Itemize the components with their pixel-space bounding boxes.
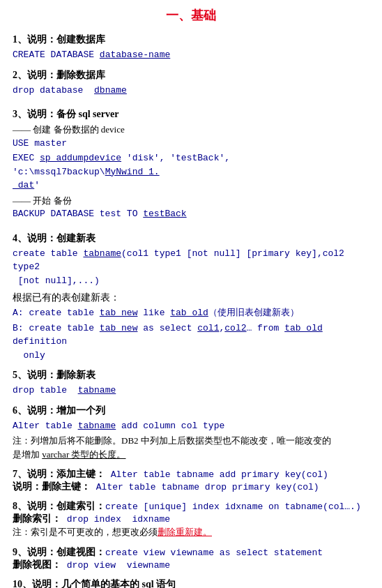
section-6-note: 注：列增加后将不能删除。DB2 中列加上后数据类型也不能改变，唯一能改变的是增加… [13, 434, 369, 461]
section-6: 6、说明：增加一个列 Alter table tabname add colum… [13, 405, 369, 462]
section-4: 4、说明：创建新表 create table tabname(col1 type… [13, 232, 369, 363]
section-4-code-b: B: create table tab_new as select col1,c… [13, 322, 369, 363]
section-8-delete: 删除索引： drop index idxname [13, 513, 369, 525]
section-1-code: CREATE DATABASE database-name [13, 48, 369, 62]
section-6-heading: 6、说明：增加一个列 [13, 405, 369, 417]
section-2-heading: 2、说明：删除数据库 [13, 69, 369, 82]
section-5-code: drop table tabname [13, 384, 369, 398]
section-3-note2: —— 开始 备份 [13, 194, 369, 208]
section-8: 8、说明：创建索引：create [unique] index idxname … [13, 500, 369, 539]
section-4-sub-heading: 根据已有的表创建新表： [13, 292, 369, 304]
section-9-delete: 删除视图： drop view viewname [13, 559, 369, 571]
page-title: 一、基础 [13, 7, 369, 24]
section-7-heading: 7、说明：添加主键： Alter table tabname add prima… [13, 468, 369, 481]
section-3-code2: EXEC sp_addumpdevice 'disk', 'testBack',… [13, 151, 369, 193]
section-8-note: 注：索引是不可更改的，想更改必须删除重新建。 [13, 525, 369, 539]
section-4-code-a: A: create table tab_new like tab_old（使用旧… [13, 306, 369, 320]
section-3-code3: BACKUP DATABASE test TO testBack [13, 207, 369, 221]
section-1: 1、说明：创建数据库 CREATE DATABASE database-name [13, 33, 369, 62]
section-6-code: Alter table tabname add column col type [13, 419, 369, 433]
section-10: 10、说明：几个简单的基本的 sql 语句 选择：select * from t… [13, 578, 369, 589]
section-4-heading: 4、说明：创建新表 [13, 232, 369, 245]
section-7: 7、说明：添加主键： Alter table tabname add prima… [13, 468, 369, 493]
section-10-heading: 10、说明：几个简单的基本的 sql 语句 [13, 578, 369, 589]
section-4-code: create table tabname(col1 type1 [not nul… [13, 247, 369, 288]
section-5: 5、说明：删除新表 drop table tabname [13, 369, 369, 398]
section-2-code: drop database dbname [13, 84, 369, 98]
section-9-heading: 9、说明：创建视图：create view viewname as select… [13, 546, 369, 559]
section-3-heading: 3、说明：备份 sql server [13, 108, 369, 121]
section-1-heading: 1、说明：创建数据库 [13, 33, 369, 46]
section-8-heading: 8、说明：创建索引：create [unique] index idxname … [13, 500, 369, 513]
section-3-code1: USE master [13, 137, 369, 151]
section-2: 2、说明：删除数据库 drop database dbname [13, 69, 369, 98]
section-5-heading: 5、说明：删除新表 [13, 369, 369, 382]
section-7-sub: 说明：删除主键： Alter table tabname drop primar… [13, 481, 369, 493]
section-3-note1: —— 创建 备份数据的 device [13, 123, 369, 137]
section-9: 9、说明：创建视图：create view viewname as select… [13, 546, 369, 571]
section-3: 3、说明：备份 sql server —— 创建 备份数据的 device US… [13, 108, 369, 221]
